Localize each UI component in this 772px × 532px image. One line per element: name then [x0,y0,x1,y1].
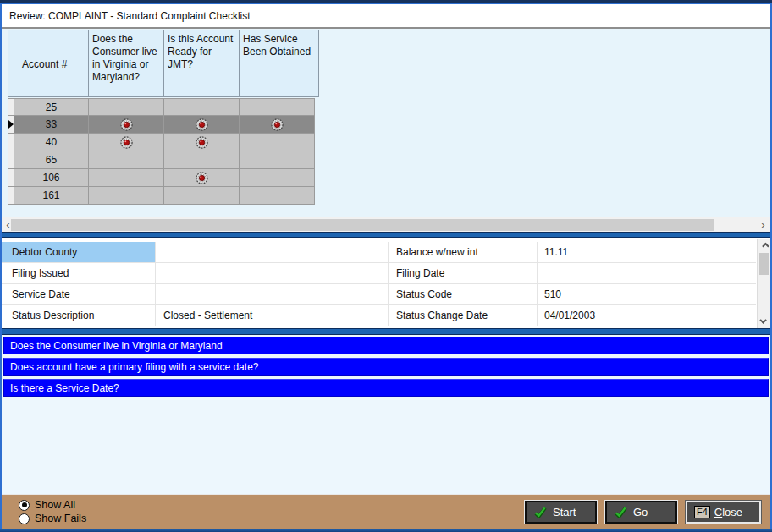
flag-cell-1[interactable] [164,98,240,116]
grid-header-col-3[interactable]: Has Service Been Obtained [240,30,319,97]
detail-value[interactable]: 04/01/2003 [538,305,756,326]
flag-cell-0[interactable] [89,151,164,169]
scroll-down-icon[interactable] [758,315,770,327]
detail-value[interactable] [156,263,389,283]
grid-row-33[interactable]: 33 [8,116,315,134]
details-row-3: Status DescriptionClosed - SettlementSta… [2,305,756,326]
checkmark-icon [614,506,627,518]
separator-band-top [2,232,770,238]
detail-value[interactable]: 11.11 [538,242,756,262]
flag-cell-0[interactable] [89,98,164,116]
flag-cell-2[interactable] [240,151,315,169]
checkmark-icon [533,506,547,518]
close-button-label: Close [714,506,742,518]
question-item-1[interactable]: Does account have a primary filing with … [3,358,769,376]
account-cell[interactable]: 65 [14,151,89,169]
detail-label[interactable]: Filing Date [389,263,538,283]
question-item-0[interactable]: Does the Consumer live in Virginia or Ma… [3,337,769,354]
grid-header-col-1[interactable]: Does the Consumer live in Virginia or Ma… [89,30,164,97]
account-cell[interactable]: 25 [14,98,89,116]
row-selector-cell[interactable] [8,116,14,134]
account-cell[interactable]: 40 [14,134,89,151]
questions-panel: Does the Consumer live in Virginia or Ma… [2,335,770,494]
flag-cell-2[interactable] [240,169,315,187]
detail-value[interactable] [156,242,389,262]
flag-cell-2[interactable] [240,134,315,151]
row-selector-cell[interactable] [8,134,14,151]
details-row-2: Service DateStatus Code510 [2,284,756,305]
flag-cell-0[interactable] [89,169,164,187]
grid-row-65[interactable]: 65 [8,151,315,169]
detail-value[interactable] [156,284,389,304]
start-button[interactable]: Start [525,501,597,524]
flag-cell-0[interactable] [89,187,164,205]
account-cell[interactable]: 33 [14,116,89,134]
flag-cell-2[interactable] [240,98,315,116]
horizontal-scrollbar-thumb[interactable] [11,219,714,231]
detail-label[interactable]: Status Code [389,284,538,304]
flag-cell-1[interactable] [164,187,240,205]
grid-row-25[interactable]: 25 [8,98,315,116]
question-item-2[interactable]: Is there a Service Date? [3,379,769,397]
account-cell[interactable]: 106 [14,169,89,187]
vertical-scrollbar[interactable] [757,239,770,328]
flag-cell-1[interactable] [164,116,240,134]
detail-label[interactable]: Status Change Date [389,305,538,326]
grid-row-40[interactable]: 40 [8,134,315,151]
separator-band-bottom [2,328,770,335]
chevron-up-shape [762,242,769,249]
f4-key-badge: F4 [694,506,710,518]
close-button[interactable]: F4 Close [686,501,761,524]
detail-value[interactable]: 510 [538,284,756,304]
fail-bullseye-icon [196,172,208,184]
grid-row-161[interactable]: 161 [8,187,315,205]
detail-value[interactable]: Closed - Settlement [156,305,389,326]
row-selector-cell[interactable] [8,187,14,205]
details-row-1: Filing IssuedFiling Date [2,263,756,284]
scroll-right-icon[interactable]: › [757,217,769,232]
chevron-down-shape [759,316,766,323]
radio-selected-icon [19,500,30,511]
radio-show-all[interactable]: Show All [19,499,86,511]
grid-header-filler [319,30,768,97]
complaint-checklist-window: Review: COMPLAINT - Standard Complaint C… [0,0,772,532]
fail-bullseye-icon [120,118,133,131]
go-button[interactable]: Go [605,501,677,524]
flag-cell-2[interactable] [240,116,315,134]
detail-value[interactable] [538,263,756,283]
fail-bullseye-icon [271,118,284,131]
flag-cell-1[interactable] [164,169,240,187]
radio-show-fails[interactable]: Show Fails [19,513,86,524]
row-selector-cell[interactable] [8,98,14,116]
accounts-grid-section: Account #Does the Consumer live in Virgi… [2,30,770,217]
detail-label[interactable]: Service Date [2,284,156,304]
title-bar[interactable]: Review: COMPLAINT - Standard Complaint C… [2,4,770,29]
radio-dot [22,502,27,507]
grid-row-106[interactable]: 106 [8,169,315,187]
fail-bullseye-icon [196,136,208,149]
detail-label[interactable]: Debtor County [2,242,156,262]
grid-header-col-0[interactable]: Account # [8,30,89,97]
vertical-scrollbar-thumb[interactable] [759,253,769,275]
row-pointer-icon [8,120,14,129]
footer-bar: Show All Show Fails Start Go [2,494,770,529]
detail-label[interactable]: Balance w/new int [389,242,538,262]
flag-cell-1[interactable] [164,134,240,151]
row-selector-cell[interactable] [8,151,14,169]
flag-cell-2[interactable] [240,187,315,205]
row-selector-cell[interactable] [8,169,14,187]
flag-cell-0[interactable] [89,116,164,134]
footer-buttons: Start Go F4 Close [525,501,761,524]
flag-cell-0[interactable] [89,134,164,151]
flag-cell-1[interactable] [164,151,240,169]
account-cell[interactable]: 161 [14,187,89,205]
detail-label[interactable]: Filing Issued [2,263,156,283]
scroll-up-icon[interactable] [758,239,770,252]
show-filter-radio-group: Show All Show Fails [19,499,86,524]
radio-unselected-icon [19,513,30,524]
horizontal-scrollbar[interactable]: ‹ › [2,217,770,232]
grid-body: 25334065106161 [8,98,315,205]
radio-show-fails-label: Show Fails [35,513,86,524]
detail-label[interactable]: Status Description [2,305,156,326]
grid-header-col-2[interactable]: Is this Account Ready for JMT? [164,30,240,97]
